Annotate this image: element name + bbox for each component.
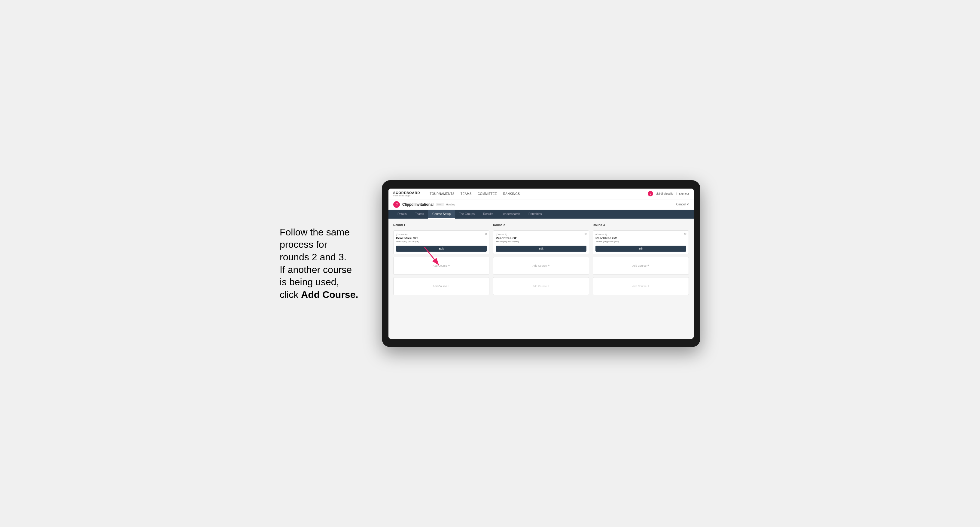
round-1-plus-icon-1: + bbox=[448, 264, 450, 267]
cancel-label: Cancel bbox=[676, 203, 686, 206]
tablet-screen: SCOREBOARD Powered by clippd TOURNAMENTS… bbox=[388, 189, 694, 339]
instruction-line1: Follow the same bbox=[280, 227, 350, 238]
top-nav: SCOREBOARD Powered by clippd TOURNAMENTS… bbox=[388, 189, 694, 199]
nav-committee[interactable]: COMMITTEE bbox=[478, 192, 497, 195]
instruction-panel: Follow the same process for rounds 2 and… bbox=[280, 226, 370, 301]
round-2-course-card: ⊗ (Course A) Peachtree GC Yellow (M) (66… bbox=[493, 230, 589, 254]
nav-teams[interactable]: TEAMS bbox=[461, 192, 472, 195]
round-3-add-course-label-2: Add Course + bbox=[632, 284, 649, 288]
round-1-delete-button[interactable]: ⊗ bbox=[484, 232, 488, 236]
round-3-delete-button[interactable]: ⊗ bbox=[683, 232, 687, 236]
round-2-course-name: Peachtree GC bbox=[496, 237, 586, 240]
tablet-frame: SCOREBOARD Powered by clippd TOURNAMENTS… bbox=[382, 180, 700, 347]
round-3-plus-icon-1: + bbox=[648, 264, 649, 267]
cancel-icon: ✕ bbox=[686, 203, 689, 206]
instruction-line5: is being used, bbox=[280, 276, 339, 287]
round-3-plus-icon-2: + bbox=[648, 284, 649, 288]
event-name: Clippd Invitational bbox=[402, 202, 434, 206]
round-3-course-name: Peachtree GC bbox=[595, 237, 686, 240]
page-wrapper: Follow the same process for rounds 2 and… bbox=[280, 180, 700, 347]
instruction-line4: If another course bbox=[280, 264, 352, 275]
round-1-plus-icon-2: + bbox=[448, 284, 450, 288]
round-1-add-course-2[interactable]: Add Course + bbox=[393, 277, 489, 295]
event-logo: C bbox=[393, 201, 400, 208]
instruction-line6-bold: Add Course. bbox=[301, 289, 358, 300]
round-3-course-label: (Course A) bbox=[595, 233, 686, 236]
tab-course-setup[interactable]: Course Setup bbox=[428, 210, 455, 219]
nav-right: B blair@clippd.io | Sign out bbox=[648, 191, 689, 196]
round-3-course-details: Yellow (M) (6629 yds) bbox=[595, 240, 686, 243]
logo-sub: Powered by clippd bbox=[393, 195, 420, 197]
tab-bar: Details Teams Course Setup Tee Groups Re… bbox=[388, 210, 694, 219]
round-2-add-course-2: Add Course + bbox=[493, 277, 589, 295]
tab-tee-groups[interactable]: Tee Groups bbox=[455, 210, 479, 219]
round-3-column: Round 3 ⊗ (Course A) Peachtree GC Yellow… bbox=[593, 224, 689, 295]
round-2-course-details: Yellow (M) (6629 yds) bbox=[496, 240, 586, 243]
round-1-column: Round 1 ⊗ (Course A) Peachtree GC Yellow… bbox=[393, 224, 489, 295]
event-bar: C Clippd Invitational Men Hosting Cancel… bbox=[388, 199, 694, 210]
round-2-delete-button[interactable]: ⊗ bbox=[584, 232, 588, 236]
nav-links: TOURNAMENTS TEAMS COMMITTEE RANKINGS bbox=[430, 192, 641, 195]
round-2-add-course-1[interactable]: Add Course + bbox=[493, 257, 589, 275]
instruction-line2: process for bbox=[280, 239, 327, 250]
round-2-course-label: (Course A) bbox=[496, 233, 586, 236]
round-3-edit-button[interactable]: Edit bbox=[595, 246, 686, 252]
round-1-add-course-label-1: Add Course + bbox=[433, 264, 450, 267]
round-1-add-course-1[interactable]: Add Course + bbox=[393, 257, 489, 275]
logo-text: SCOREBOARD bbox=[393, 191, 420, 195]
round-2-column: Round 2 ⊗ (Course A) Peachtree GC Yellow… bbox=[493, 224, 589, 295]
round-1-title: Round 1 bbox=[393, 224, 489, 227]
logo-area: SCOREBOARD Powered by clippd bbox=[393, 191, 420, 197]
nav-rankings[interactable]: RANKINGS bbox=[503, 192, 520, 195]
tab-leaderboards[interactable]: Leaderboards bbox=[497, 210, 524, 219]
round-3-title: Round 3 bbox=[593, 224, 689, 227]
user-email: blair@clippd.io bbox=[655, 192, 673, 195]
round-3-add-course-2: Add Course + bbox=[593, 277, 689, 295]
event-gender-badge: Men bbox=[436, 203, 444, 206]
cancel-button[interactable]: Cancel ✕ bbox=[676, 203, 689, 206]
round-1-add-course-label-2: Add Course + bbox=[433, 284, 450, 288]
round-1-edit-button[interactable]: Edit bbox=[396, 246, 487, 252]
round-2-plus-icon-1: + bbox=[548, 264, 549, 267]
round-2-title: Round 2 bbox=[493, 224, 589, 227]
round-2-add-course-label-2: Add Course + bbox=[533, 284, 550, 288]
instruction-line3: rounds 2 and 3. bbox=[280, 252, 347, 262]
round-1-course-card: ⊗ (Course A) Peachtree GC Yellow (M) (66… bbox=[393, 230, 489, 254]
sign-out-link[interactable]: Sign out bbox=[679, 192, 689, 195]
event-left: C Clippd Invitational Men Hosting bbox=[393, 201, 455, 208]
instruction-line6-prefix: click bbox=[280, 289, 301, 300]
round-3-add-course-label-1: Add Course + bbox=[632, 264, 649, 267]
event-status: Hosting bbox=[446, 203, 455, 206]
round-3-course-card: ⊗ (Course A) Peachtree GC Yellow (M) (66… bbox=[593, 230, 689, 254]
round-1-course-name: Peachtree GC bbox=[396, 237, 487, 240]
rounds-grid: Round 1 ⊗ (Course A) Peachtree GC Yellow… bbox=[393, 224, 689, 295]
round-2-plus-icon-2: + bbox=[548, 284, 549, 288]
tab-teams[interactable]: Teams bbox=[411, 210, 428, 219]
nav-tournaments[interactable]: TOURNAMENTS bbox=[430, 192, 455, 195]
round-2-edit-button[interactable]: Edit bbox=[496, 246, 586, 252]
round-3-add-course-1[interactable]: Add Course + bbox=[593, 257, 689, 275]
main-content: Round 1 ⊗ (Course A) Peachtree GC Yellow… bbox=[388, 219, 694, 339]
round-2-add-course-label-1: Add Course + bbox=[533, 264, 550, 267]
user-avatar: B bbox=[648, 191, 653, 196]
tab-printables[interactable]: Printables bbox=[524, 210, 546, 219]
nav-separator: | bbox=[676, 192, 676, 195]
round-1-course-details: Yellow (M) (6629 yds) bbox=[396, 240, 487, 243]
tab-details[interactable]: Details bbox=[393, 210, 411, 219]
tab-results[interactable]: Results bbox=[479, 210, 497, 219]
round-1-course-label: (Course A) bbox=[396, 233, 487, 236]
